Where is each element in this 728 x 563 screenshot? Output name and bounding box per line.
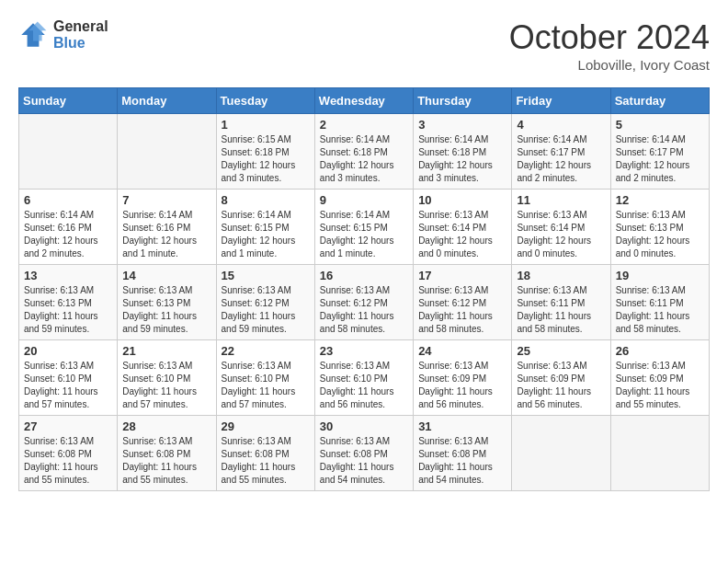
calendar-cell: 11 Sunrise: 6:13 AM Sunset: 6:14 PM Dayl… [512, 190, 610, 265]
day-info: Sunrise: 6:13 AM Sunset: 6:13 PM Dayligh… [24, 285, 98, 334]
calendar-cell: 8 Sunrise: 6:14 AM Sunset: 6:15 PM Dayli… [216, 190, 314, 265]
day-info: Sunrise: 6:13 AM Sunset: 6:11 PM Dayligh… [517, 285, 591, 334]
day-number: 8 [222, 193, 310, 207]
weekday-header: Wednesday [314, 88, 413, 114]
calendar-week-row: 13 Sunrise: 6:13 AM Sunset: 6:13 PM Dayl… [19, 265, 710, 340]
day-info: Sunrise: 6:13 AM Sunset: 6:10 PM Dayligh… [320, 361, 394, 409]
logo-general-text: General [53, 18, 108, 35]
calendar-cell: 29 Sunrise: 6:13 AM Sunset: 6:08 PM Dayl… [216, 416, 314, 491]
calendar-cell: 27 Sunrise: 6:13 AM Sunset: 6:08 PM Dayl… [19, 416, 118, 491]
day-info: Sunrise: 6:13 AM Sunset: 6:08 PM Dayligh… [418, 436, 493, 485]
day-number: 16 [320, 269, 408, 282]
day-info: Sunrise: 6:14 AM Sunset: 6:18 PM Dayligh… [418, 134, 493, 183]
logo-text: General Blue [53, 18, 108, 51]
day-number: 19 [616, 269, 704, 282]
day-number: 17 [418, 269, 506, 282]
day-number: 28 [122, 419, 210, 433]
day-info: Sunrise: 6:13 AM Sunset: 6:10 PM Dayligh… [122, 361, 197, 409]
calendar-cell: 26 Sunrise: 6:13 AM Sunset: 6:09 PM Dayl… [610, 340, 709, 416]
weekday-header: Friday [512, 88, 610, 114]
weekday-header: Monday [118, 88, 216, 114]
calendar-cell: 25 Sunrise: 6:13 AM Sunset: 6:09 PM Dayl… [512, 340, 610, 416]
calendar-cell: 20 Sunrise: 6:13 AM Sunset: 6:10 PM Dayl… [19, 340, 118, 416]
calendar-cell: 4 Sunrise: 6:14 AM Sunset: 6:17 PM Dayli… [512, 114, 610, 190]
calendar-cell: 19 Sunrise: 6:13 AM Sunset: 6:11 PM Dayl… [610, 265, 709, 340]
weekday-header: Saturday [610, 88, 709, 114]
calendar-header: SundayMondayTuesdayWednesdayThursdayFrid… [19, 88, 710, 114]
location: Loboville, Ivory Coast [509, 57, 710, 73]
logo: General Blue [18, 18, 108, 51]
day-number: 25 [517, 344, 605, 358]
calendar-cell: 12 Sunrise: 6:13 AM Sunset: 6:13 PM Dayl… [610, 190, 709, 265]
day-number: 11 [517, 193, 605, 207]
day-info: Sunrise: 6:13 AM Sunset: 6:13 PM Dayligh… [616, 210, 690, 259]
day-number: 27 [24, 419, 112, 433]
calendar-cell: 16 Sunrise: 6:13 AM Sunset: 6:12 PM Dayl… [314, 265, 413, 340]
weekday-header: Thursday [414, 88, 512, 114]
day-number: 14 [122, 269, 210, 282]
day-number: 30 [320, 419, 408, 433]
day-number: 1 [222, 118, 310, 132]
day-info: Sunrise: 6:14 AM Sunset: 6:17 PM Dayligh… [517, 134, 591, 183]
calendar-cell: 24 Sunrise: 6:13 AM Sunset: 6:09 PM Dayl… [414, 340, 512, 416]
day-info: Sunrise: 6:13 AM Sunset: 6:14 PM Dayligh… [517, 210, 591, 259]
day-number: 9 [320, 193, 408, 207]
calendar-cell: 28 Sunrise: 6:13 AM Sunset: 6:08 PM Dayl… [118, 416, 216, 491]
day-info: Sunrise: 6:13 AM Sunset: 6:12 PM Dayligh… [320, 285, 394, 334]
day-info: Sunrise: 6:14 AM Sunset: 6:16 PM Dayligh… [24, 210, 98, 259]
calendar-cell: 18 Sunrise: 6:13 AM Sunset: 6:11 PM Dayl… [512, 265, 610, 340]
calendar-body: 1 Sunrise: 6:15 AM Sunset: 6:18 PM Dayli… [19, 114, 710, 491]
day-info: Sunrise: 6:15 AM Sunset: 6:18 PM Dayligh… [222, 134, 296, 183]
calendar-cell: 5 Sunrise: 6:14 AM Sunset: 6:17 PM Dayli… [610, 114, 709, 190]
day-number: 18 [517, 269, 605, 282]
day-number: 26 [616, 344, 704, 358]
title-block: October 2024 Loboville, Ivory Coast [509, 18, 710, 73]
calendar-week-row: 27 Sunrise: 6:13 AM Sunset: 6:08 PM Dayl… [19, 416, 710, 491]
calendar-cell: 30 Sunrise: 6:13 AM Sunset: 6:08 PM Dayl… [314, 416, 413, 491]
day-info: Sunrise: 6:14 AM Sunset: 6:15 PM Dayligh… [222, 210, 296, 259]
day-number: 12 [616, 193, 704, 207]
calendar-cell [19, 114, 118, 190]
day-number: 2 [320, 118, 408, 132]
day-number: 20 [24, 344, 112, 358]
day-info: Sunrise: 6:14 AM Sunset: 6:18 PM Dayligh… [320, 134, 394, 183]
day-info: Sunrise: 6:13 AM Sunset: 6:09 PM Dayligh… [418, 361, 493, 409]
day-number: 21 [122, 344, 210, 358]
day-info: Sunrise: 6:13 AM Sunset: 6:14 PM Dayligh… [418, 210, 493, 259]
calendar-cell: 22 Sunrise: 6:13 AM Sunset: 6:10 PM Dayl… [216, 340, 314, 416]
calendar-cell: 13 Sunrise: 6:13 AM Sunset: 6:13 PM Dayl… [19, 265, 118, 340]
weekday-row: SundayMondayTuesdayWednesdayThursdayFrid… [19, 88, 710, 114]
day-info: Sunrise: 6:13 AM Sunset: 6:08 PM Dayligh… [222, 436, 296, 485]
day-info: Sunrise: 6:14 AM Sunset: 6:17 PM Dayligh… [616, 134, 690, 183]
day-info: Sunrise: 6:13 AM Sunset: 6:10 PM Dayligh… [222, 361, 296, 409]
day-number: 5 [616, 118, 704, 132]
calendar-cell: 14 Sunrise: 6:13 AM Sunset: 6:13 PM Dayl… [118, 265, 216, 340]
day-number: 4 [517, 118, 605, 132]
day-info: Sunrise: 6:13 AM Sunset: 6:08 PM Dayligh… [320, 436, 394, 485]
day-info: Sunrise: 6:13 AM Sunset: 6:08 PM Dayligh… [24, 436, 98, 485]
calendar-cell: 3 Sunrise: 6:14 AM Sunset: 6:18 PM Dayli… [414, 114, 512, 190]
day-info: Sunrise: 6:13 AM Sunset: 6:12 PM Dayligh… [418, 285, 493, 334]
month-title: October 2024 [509, 18, 710, 57]
day-number: 31 [418, 419, 506, 433]
calendar-cell: 21 Sunrise: 6:13 AM Sunset: 6:10 PM Dayl… [118, 340, 216, 416]
calendar-cell: 23 Sunrise: 6:13 AM Sunset: 6:10 PM Dayl… [314, 340, 413, 416]
day-number: 3 [418, 118, 506, 132]
day-info: Sunrise: 6:13 AM Sunset: 6:13 PM Dayligh… [122, 285, 197, 334]
weekday-header: Tuesday [216, 88, 314, 114]
calendar-cell [118, 114, 216, 190]
calendar-cell: 31 Sunrise: 6:13 AM Sunset: 6:08 PM Dayl… [414, 416, 512, 491]
calendar-week-row: 1 Sunrise: 6:15 AM Sunset: 6:18 PM Dayli… [19, 114, 710, 190]
day-info: Sunrise: 6:13 AM Sunset: 6:11 PM Dayligh… [616, 285, 690, 334]
calendar-cell: 10 Sunrise: 6:13 AM Sunset: 6:14 PM Dayl… [414, 190, 512, 265]
page-header: General Blue October 2024 Loboville, Ivo… [18, 18, 710, 73]
logo-blue-text: Blue [53, 35, 108, 52]
day-info: Sunrise: 6:14 AM Sunset: 6:15 PM Dayligh… [320, 210, 394, 259]
day-number: 23 [320, 344, 408, 358]
day-number: 7 [122, 193, 210, 207]
day-info: Sunrise: 6:13 AM Sunset: 6:09 PM Dayligh… [616, 361, 690, 409]
logo-icon [18, 20, 48, 50]
day-number: 10 [418, 193, 506, 207]
day-number: 13 [24, 269, 112, 282]
calendar-cell: 7 Sunrise: 6:14 AM Sunset: 6:16 PM Dayli… [118, 190, 216, 265]
